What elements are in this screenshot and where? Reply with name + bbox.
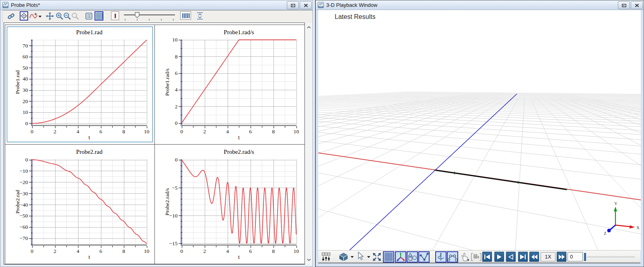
probe-plots-window: SIM Probe Plots* 0246810010203040506070P… xyxy=(0,0,313,267)
joint-marker xyxy=(566,189,567,190)
chart-probe1-rad[interactable]: 0246810010203040506070Probe1.radtProbe1.… xyxy=(5,25,154,144)
scroll-up-icon[interactable] xyxy=(305,24,313,31)
trace-lines-icon xyxy=(419,252,429,262)
y-tick-label: 0 xyxy=(175,120,178,126)
faster-button[interactable] xyxy=(557,252,566,262)
window-title: Probe Plots* xyxy=(11,2,40,8)
maplesim-doc-icon: SIM xyxy=(2,2,8,8)
zoom-reset-button[interactable] xyxy=(71,12,79,20)
time-field[interactable]: 0 xyxy=(568,252,583,261)
fit-view-icon xyxy=(372,253,381,261)
y-tick-label: 0 xyxy=(25,120,28,126)
y-tick-label: 2 xyxy=(175,103,178,110)
close-button[interactable] xyxy=(300,1,312,9)
x-axis-label: t xyxy=(238,135,240,141)
link-button[interactable] xyxy=(7,12,15,20)
shapes-button[interactable] xyxy=(407,251,418,263)
timeline-slider[interactable] xyxy=(584,250,636,264)
y-tick-label: 20 xyxy=(23,98,28,104)
probe-cursor-button[interactable] xyxy=(20,11,28,21)
y-tick-label: 40 xyxy=(23,76,28,82)
trace-lines-button[interactable] xyxy=(418,251,430,263)
view-cube-dropdown[interactable] xyxy=(350,256,354,258)
follow-path-button[interactable] xyxy=(447,251,458,263)
fit-view-button[interactable] xyxy=(372,253,381,261)
playback-3d-titlebar[interactable]: SIM 3-D Playback Window xyxy=(316,0,644,10)
y-tick-label: −30 xyxy=(19,190,28,197)
y-tick-label: 10 xyxy=(172,37,178,43)
y-tick-label: −40 xyxy=(19,202,28,208)
x-tick-label: 8 xyxy=(122,248,125,254)
add-curve-dropdown[interactable] xyxy=(38,15,42,18)
display-settings-button[interactable] xyxy=(321,252,331,261)
go-to-start-button[interactable] xyxy=(482,252,492,262)
grid-button[interactable] xyxy=(95,11,103,21)
pan-button[interactable] xyxy=(46,12,54,20)
probe-cursor-icon xyxy=(21,12,27,19)
scroll-down-icon[interactable] xyxy=(305,256,313,263)
cursor-line-button[interactable] xyxy=(111,11,119,20)
y-axis-line xyxy=(181,40,182,126)
slower-button[interactable] xyxy=(529,252,539,262)
select-cursor-button[interactable] xyxy=(357,252,364,261)
cursor-line-icon xyxy=(112,12,119,19)
y-axis-label: Probe1.rad xyxy=(14,70,21,94)
camera-tracking-button xyxy=(471,252,482,262)
x-tick-label: 0 xyxy=(180,128,183,135)
rotate-camera-button[interactable] xyxy=(435,251,446,263)
pan-icon xyxy=(46,12,54,20)
close-button[interactable] xyxy=(631,1,643,9)
y-tick-label: 70 xyxy=(23,43,28,49)
x-tick-label: 2 xyxy=(53,128,56,135)
speed-display[interactable]: 1X xyxy=(541,252,556,261)
x-axis-line xyxy=(181,125,296,126)
zoom-reset-icon xyxy=(71,12,79,20)
grid-3d-icon xyxy=(384,253,393,261)
drag-mode-button[interactable] xyxy=(461,252,469,262)
x-tick-label: 6 xyxy=(249,248,252,254)
y-axis-line xyxy=(31,40,33,126)
x-axis-line xyxy=(31,244,147,246)
restore-button[interactable] xyxy=(287,1,299,9)
play-backward-icon xyxy=(508,254,514,260)
plots-container: 0246810010203040506070Probe1.radtProbe1.… xyxy=(4,23,305,265)
view-cube-button[interactable] xyxy=(338,252,349,262)
slower-icon xyxy=(531,254,538,260)
chart-probe2-rad-s[interactable]: 02468100−5−10−15Probe2.rad/stProbe2.rad/… xyxy=(155,145,305,264)
y-tick-label: 0 xyxy=(25,157,28,163)
scene-3d[interactable]: YXZ xyxy=(318,10,641,251)
x-tick-label: 4 xyxy=(76,248,79,254)
play-icon xyxy=(496,254,502,260)
y-axis-label: Probe2.rad/s xyxy=(164,188,170,215)
select-cursor-dropdown[interactable] xyxy=(367,256,370,258)
add-curve-icon xyxy=(29,12,37,20)
go-to-end-button[interactable] xyxy=(518,252,528,262)
legend-button[interactable] xyxy=(85,12,93,20)
zoom-out-button[interactable] xyxy=(63,12,71,20)
chart-probe1-rad-s[interactable]: 02468100246810Probe1.rad/stProbe1.rad/s xyxy=(155,25,305,144)
restore-button[interactable] xyxy=(618,1,630,9)
fit-vertical-button[interactable] xyxy=(196,12,204,20)
drag-mode-icon xyxy=(461,252,469,262)
barcode-button[interactable] xyxy=(180,11,191,20)
go-to-end-icon xyxy=(520,254,526,260)
y-tick-label: −70 xyxy=(19,235,28,241)
viewport-3d[interactable]: YXZ Latest Results 1X0 xyxy=(318,10,640,263)
plots-scrollbar[interactable] xyxy=(305,23,313,265)
chart-probe2-rad[interactable]: 02468100−10−20−30−40−50−60−70Probe2.radt… xyxy=(5,145,154,264)
y-tick-label: −50 xyxy=(19,213,28,219)
playback-toolbar: 1X0 xyxy=(318,250,640,263)
axes-3d-button[interactable] xyxy=(395,251,406,263)
play-backward-button[interactable] xyxy=(506,252,516,262)
play-button[interactable] xyxy=(494,252,504,262)
grid-3d-button[interactable] xyxy=(383,251,394,263)
x-tick-label: 10 xyxy=(144,248,150,254)
x-tick-label: 10 xyxy=(294,248,299,254)
zoom-in-button[interactable] xyxy=(56,12,64,20)
y-tick-label: −10 xyxy=(19,168,28,174)
add-curve-button[interactable] xyxy=(29,12,37,20)
probe-plots-titlebar[interactable]: SIM Probe Plots* xyxy=(0,0,313,10)
x-tick-label: 0 xyxy=(31,128,33,135)
line-width-slider[interactable] xyxy=(123,10,175,23)
y-tick-label: 4 xyxy=(175,87,178,93)
